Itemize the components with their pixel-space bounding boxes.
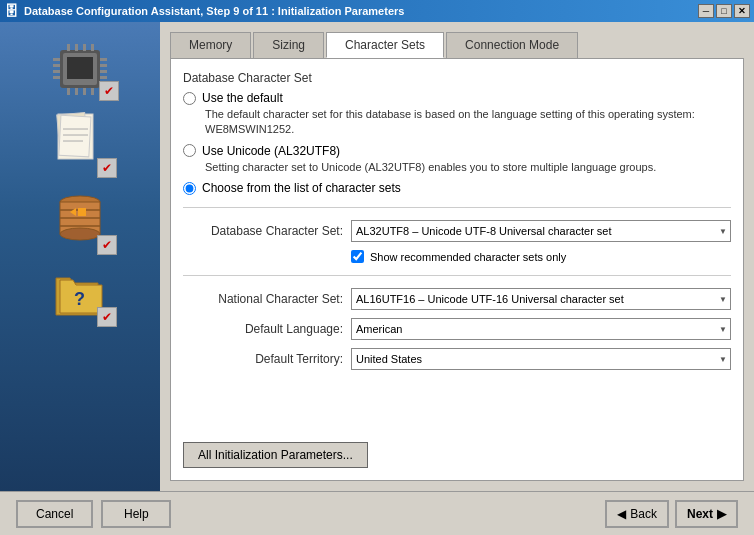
next-button[interactable]: Next ▶ bbox=[675, 500, 738, 528]
sidebar-item-files: ? ✔ bbox=[48, 263, 113, 323]
svg-rect-12 bbox=[75, 44, 78, 51]
sidebar-item-chip: ✔ bbox=[45, 42, 115, 97]
default-language-select[interactable]: American bbox=[351, 318, 731, 340]
title-bar-buttons: ─ □ ✕ bbox=[698, 4, 750, 18]
svg-rect-5 bbox=[53, 70, 60, 73]
check-badge-1: ✔ bbox=[99, 81, 119, 101]
db-char-set-section: Database Character Set Use the default T… bbox=[183, 71, 731, 195]
radio-unicode-desc: Setting character set to Unicode (AL32UT… bbox=[205, 160, 731, 175]
svg-rect-3 bbox=[53, 58, 60, 61]
check-badge-2: ✔ bbox=[97, 158, 117, 178]
national-char-set-row: National Character Set: AL16UTF16 – Unic… bbox=[183, 288, 731, 310]
svg-point-27 bbox=[60, 228, 100, 240]
radio-option-unicode: Use Unicode (AL32UTF8) Setting character… bbox=[183, 144, 731, 175]
svg-rect-10 bbox=[100, 76, 107, 79]
show-recommended-label[interactable]: Show recommended character sets only bbox=[370, 251, 566, 263]
tab-sizing[interactable]: Sizing bbox=[253, 32, 324, 58]
national-char-set-label: National Character Set: bbox=[183, 292, 343, 306]
tab-connection-mode[interactable]: Connection Mode bbox=[446, 32, 578, 58]
back-label: Back bbox=[630, 507, 657, 521]
check-badge-4: ✔ bbox=[97, 307, 117, 327]
svg-rect-2 bbox=[67, 57, 93, 79]
show-recommended-row: Show recommended character sets only bbox=[351, 250, 731, 263]
default-language-row: Default Language: American bbox=[183, 318, 731, 340]
sidebar-item-db: ✔ bbox=[48, 186, 113, 251]
svg-rect-11 bbox=[67, 44, 70, 51]
radio-unicode-text: Use Unicode (AL32UTF8) bbox=[202, 144, 340, 158]
radio-list-input[interactable] bbox=[183, 182, 196, 195]
radio-option-default: Use the default The default character se… bbox=[183, 91, 731, 138]
all-params-row: All Initialization Parameters... bbox=[183, 436, 731, 468]
minimize-button[interactable]: ─ bbox=[698, 4, 714, 18]
close-button[interactable]: ✕ bbox=[734, 4, 750, 18]
tabs-container: Memory Sizing Character Sets Connection … bbox=[170, 32, 744, 58]
sidebar-item-doc: ✔ bbox=[48, 109, 113, 174]
back-button[interactable]: ◀ Back bbox=[605, 500, 669, 528]
svg-rect-16 bbox=[75, 88, 78, 95]
svg-rect-13 bbox=[83, 44, 86, 51]
radio-default-text: Use the default bbox=[202, 91, 283, 105]
all-params-button[interactable]: All Initialization Parameters... bbox=[183, 442, 368, 468]
title-bar: 🗄 Database Configuration Assistant, Step… bbox=[0, 0, 754, 22]
footer-left: Cancel Help bbox=[16, 500, 171, 528]
svg-rect-21 bbox=[58, 115, 90, 157]
svg-rect-15 bbox=[67, 88, 70, 95]
national-char-set-select[interactable]: AL16UTF16 – Unicode UTF-16 Universal cha… bbox=[351, 288, 731, 310]
default-territory-label: Default Territory: bbox=[183, 352, 343, 366]
db-char-set-select[interactable]: AL32UTF8 – Unicode UTF-8 Universal chara… bbox=[351, 220, 731, 242]
sidebar: ✔ ✔ bbox=[0, 22, 160, 491]
radio-default-input[interactable] bbox=[183, 92, 196, 105]
radio-option-list: Choose from the list of character sets bbox=[183, 181, 731, 195]
svg-rect-7 bbox=[100, 58, 107, 61]
svg-text:?: ? bbox=[74, 289, 85, 309]
maximize-button[interactable]: □ bbox=[716, 4, 732, 18]
radio-list-text: Choose from the list of character sets bbox=[202, 181, 401, 195]
svg-rect-32 bbox=[78, 208, 86, 216]
radio-unicode-input[interactable] bbox=[183, 144, 196, 157]
national-char-set-wrapper: AL16UTF16 – Unicode UTF-16 Universal cha… bbox=[351, 288, 731, 310]
default-language-wrapper: American bbox=[351, 318, 731, 340]
svg-rect-17 bbox=[83, 88, 86, 95]
section-title: Database Character Set bbox=[183, 71, 731, 85]
default-language-label: Default Language: bbox=[183, 322, 343, 336]
default-territory-select[interactable]: United States bbox=[351, 348, 731, 370]
radio-unicode-label[interactable]: Use Unicode (AL32UTF8) bbox=[183, 144, 731, 158]
help-button[interactable]: Help bbox=[101, 500, 171, 528]
panel-content: Database Character Set Use the default T… bbox=[170, 58, 744, 481]
radio-default-label[interactable]: Use the default bbox=[183, 91, 731, 105]
svg-rect-9 bbox=[100, 70, 107, 73]
next-label: Next bbox=[687, 507, 713, 521]
tab-memory[interactable]: Memory bbox=[170, 32, 251, 58]
title-text: Database Configuration Assistant, Step 9… bbox=[24, 5, 404, 17]
svg-rect-8 bbox=[100, 64, 107, 67]
footer-right: ◀ Back Next ▶ bbox=[605, 500, 738, 528]
db-char-set-row: Database Character Set: AL32UTF8 – Unico… bbox=[183, 220, 731, 242]
content-area: Memory Sizing Character Sets Connection … bbox=[160, 22, 754, 491]
radio-list-label[interactable]: Choose from the list of character sets bbox=[183, 181, 731, 195]
default-territory-row: Default Territory: United States bbox=[183, 348, 731, 370]
svg-rect-6 bbox=[53, 76, 60, 79]
radio-group: Use the default The default character se… bbox=[183, 91, 731, 195]
divider-1 bbox=[183, 207, 731, 208]
svg-rect-14 bbox=[91, 44, 94, 51]
db-char-set-select-wrapper: AL32UTF8 – Unicode UTF-8 Universal chara… bbox=[351, 220, 731, 242]
cancel-button[interactable]: Cancel bbox=[16, 500, 93, 528]
show-recommended-checkbox[interactable] bbox=[351, 250, 364, 263]
next-chevron-icon: ▶ bbox=[717, 507, 726, 521]
footer: Cancel Help ◀ Back Next ▶ bbox=[0, 491, 754, 535]
svg-rect-18 bbox=[91, 88, 94, 95]
db-char-set-label: Database Character Set: bbox=[183, 224, 343, 238]
tab-character-sets[interactable]: Character Sets bbox=[326, 32, 444, 58]
radio-default-desc: The default character set for this datab… bbox=[205, 107, 731, 138]
back-chevron-icon: ◀ bbox=[617, 507, 626, 521]
check-badge-3: ✔ bbox=[97, 235, 117, 255]
default-territory-wrapper: United States bbox=[351, 348, 731, 370]
svg-rect-4 bbox=[53, 64, 60, 67]
divider-2 bbox=[183, 275, 731, 276]
